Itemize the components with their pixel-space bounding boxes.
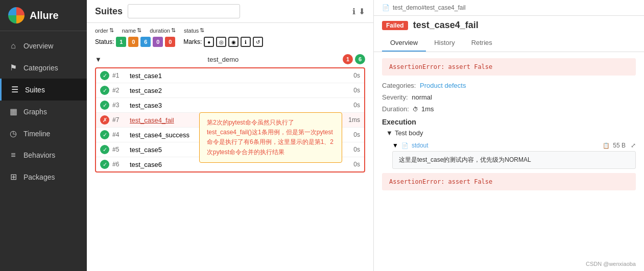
sidebar-item-label: Categories: [23, 64, 58, 72]
copy-doc-icon: 📄: [382, 4, 390, 11]
graphs-icon: ▦: [8, 107, 18, 116]
sidebar: Allure ⌂ Overview ⚑ Categories ☰ Suites …: [0, 0, 87, 271]
group-name: test_demo: [208, 56, 239, 63]
status-icon-passed: ✓: [100, 160, 109, 169]
test-item-6[interactable]: ✓ #6 test_case6 0s: [96, 157, 364, 171]
status-warning-badge: 0: [128, 37, 138, 47]
breadcrumb: test_demo#test_case4_fail: [393, 4, 466, 11]
error-box-bottom: AssertionError: assert False: [382, 173, 636, 190]
status-icon-passed: ✓: [100, 130, 109, 139]
test-item-7[interactable]: ✗ #7 test_case4_fail 1ms: [96, 113, 364, 128]
test-num: #5: [112, 146, 127, 153]
test-duration: 0s: [353, 87, 360, 94]
execution-title: Execution: [382, 118, 636, 126]
sidebar-item-label: Overview: [23, 42, 53, 50]
mark-icon-5[interactable]: ↺: [253, 37, 263, 47]
status-sort[interactable]: status ⇅: [184, 27, 204, 34]
subsection-title: Test body: [395, 129, 423, 137]
suites-actions: ℹ ⬇: [352, 7, 365, 16]
tab-retries[interactable]: Retries: [463, 35, 500, 52]
test-name: test_case4_success: [130, 131, 350, 139]
test-item-5[interactable]: ✓ #5 test_case5 0s: [96, 142, 364, 157]
marks-label: Marks:: [183, 38, 202, 45]
mark-icon-2[interactable]: ◎: [216, 37, 226, 47]
sidebar-item-label: Suites: [25, 86, 45, 94]
doc-icon: 📄: [401, 142, 409, 149]
test-duration: 0s: [353, 161, 360, 168]
sort-arrows: ⇅: [200, 27, 204, 34]
packages-icon: ⊞: [8, 172, 18, 182]
test-item-4[interactable]: ✓ #4 test_case4_success 0s: [96, 128, 364, 142]
stdout-content: 这里是test_case的测试内容，优先级为NORMAL: [392, 151, 636, 169]
sidebar-item-behaviors[interactable]: ≡ Behaviors: [0, 144, 87, 166]
test-list: ✓ #1 test_case1 0s ✓ #2 test_case2 0s ✓ …: [95, 67, 365, 173]
test-title: test_case4_fail: [413, 20, 479, 31]
categories-value: Product defects: [420, 82, 466, 89]
sort-arrows: ⇅: [171, 27, 176, 34]
sidebar-item-graphs[interactable]: ▦ Graphs: [0, 101, 87, 122]
status-icon-passed: ✓: [100, 71, 109, 80]
mark-icon-1[interactable]: ●: [204, 37, 214, 47]
test-item-2[interactable]: ✓ #2 test_case2 0s: [96, 83, 364, 98]
group-total-badge: 6: [355, 54, 365, 64]
severity-label: Severity:: [382, 93, 408, 101]
suites-body: order ⇅ name ⇅ duration ⇅ status ⇅ Statu…: [87, 23, 373, 271]
status-icon-passed: ✓: [100, 145, 109, 154]
chevron-down-icon: ▼: [95, 56, 102, 63]
test-name: test_case3: [130, 102, 350, 109]
tab-history[interactable]: History: [426, 35, 463, 52]
stdout-section: ▼ 📄 stdout 📋 55 B ⤢ 这里是test_case的测试内容，优先…: [392, 140, 636, 169]
right-panel-body: AssertionError: assert False Categories:…: [374, 52, 644, 259]
suites-icon: ☰: [10, 85, 20, 94]
sidebar-item-timeline[interactable]: ◷ Timeline: [0, 122, 87, 144]
test-name: test_case2: [130, 87, 350, 94]
test-body-section: ▼ Test body ▼ 📄 stdout 📋 55 B ⤢ 这里是test_…: [386, 129, 636, 169]
test-duration: 0s: [353, 72, 360, 79]
name-sort[interactable]: name ⇅: [122, 27, 142, 34]
suite-group-header[interactable]: ▼ test_demo 1 6: [91, 52, 369, 66]
file-icon: 📋: [603, 142, 610, 149]
duration-label: Duration:: [382, 105, 409, 113]
failed-badge: Failed: [382, 21, 408, 30]
sidebar-logo: Allure: [0, 0, 87, 31]
tab-overview[interactable]: Overview: [382, 35, 426, 52]
severity-row: Severity: normal: [382, 93, 636, 101]
file-size: 55 B: [613, 142, 626, 149]
duration-sort[interactable]: duration ⇅: [150, 27, 176, 34]
test-name-failed: test_case4_fail: [130, 116, 345, 124]
suites-header: Suites ℹ ⬇: [87, 0, 373, 23]
test-item-1[interactable]: ✓ #1 test_case1 0s: [96, 68, 364, 83]
behaviors-icon: ≡: [8, 151, 18, 160]
status-info-badge: 6: [140, 37, 151, 47]
status-icon-passed: ✓: [100, 101, 109, 110]
mark-icon-4[interactable]: ℹ: [241, 37, 251, 47]
order-sort[interactable]: order ⇅: [95, 27, 114, 34]
sidebar-item-packages[interactable]: ⊞ Packages: [0, 166, 87, 188]
duration-row: Duration: ⏱ 1ms: [382, 105, 636, 113]
group-badges: 1 6: [343, 54, 365, 64]
test-name: test_case1: [130, 72, 350, 80]
sidebar-item-overview[interactable]: ⌂ Overview: [0, 35, 87, 57]
test-num: #4: [112, 131, 127, 138]
info-icon[interactable]: ℹ: [352, 7, 355, 16]
status-marks-bar: Status: 1 0 6 0 0 Marks: ● ◎ ◉ ℹ ↺: [91, 36, 369, 50]
sidebar-item-label: Behaviors: [23, 151, 55, 159]
expand-icon[interactable]: ⤢: [631, 142, 636, 149]
sidebar-item-label: Timeline: [23, 130, 50, 138]
stdout-row[interactable]: ▼ 📄 stdout 📋 55 B ⤢: [392, 140, 636, 151]
sidebar-item-suites[interactable]: ☰ Suites: [0, 79, 87, 101]
sidebar-item-label: Graphs: [23, 108, 47, 116]
test-num: #1: [112, 72, 127, 79]
test-item-3[interactable]: ✓ #3 test_case3 0s: [96, 98, 364, 113]
test-name: test_case5: [130, 146, 350, 154]
mark-icon-3[interactable]: ◉: [228, 37, 238, 47]
sidebar-item-categories[interactable]: ⚑ Categories: [0, 57, 87, 79]
test-num: #7: [112, 116, 127, 124]
group-failed-badge: 1: [343, 54, 353, 64]
sidebar-nav: ⌂ Overview ⚑ Categories ☰ Suites ▦ Graph…: [0, 31, 87, 188]
sort-arrows: ⇅: [109, 27, 114, 34]
suites-search-input[interactable]: [128, 4, 240, 18]
download-icon[interactable]: ⬇: [359, 7, 365, 16]
duration-value: 1ms: [421, 105, 434, 113]
test-body-header[interactable]: ▼ Test body: [386, 129, 636, 137]
